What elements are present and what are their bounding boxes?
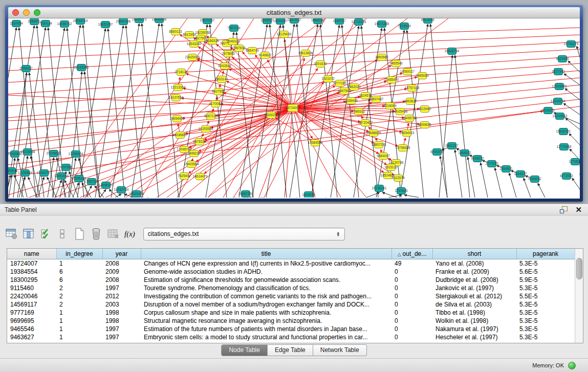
table-cell[interactable]: 5.3E-5 (516, 284, 575, 292)
network-window-titlebar[interactable]: citations_edges.txt (8, 7, 580, 18)
table-cell[interactable]: Jankovic et al. (1997) (432, 284, 516, 292)
memory-status-icon[interactable] (568, 362, 576, 369)
table-cell[interactable]: Dudbridge et al. (2008) (432, 276, 516, 284)
table-cell[interactable]: 1998 (102, 309, 141, 317)
function-builder-button[interactable]: f(x) (124, 230, 135, 238)
table-cell[interactable]: 1 (56, 259, 102, 268)
table-cell[interactable]: 2 (56, 300, 102, 309)
table-cell[interactable]: Corpus callosum shape and size in male p… (141, 309, 391, 317)
table-cell[interactable]: 5.9E-5 (516, 276, 575, 284)
table-row[interactable]: 911546021997Tourette syndrome. Phenomeno… (7, 284, 575, 292)
table-cell[interactable]: 19384554 (7, 268, 56, 276)
new-column-button[interactable] (72, 226, 87, 242)
table-cell[interactable]: Estimation of the future numbers of pati… (141, 325, 391, 333)
table-row[interactable]: 1938455462009Genome-wide association stu… (7, 268, 575, 276)
table-cell[interactable]: 9465546 (7, 325, 56, 333)
table-cell[interactable]: 1997 (102, 284, 141, 292)
table-cell[interactable]: 0 (391, 333, 432, 341)
table-cell[interactable]: 1 (56, 317, 102, 325)
table-cell[interactable]: Tibbo et al. (1998) (432, 309, 516, 317)
table-cell[interactable]: de Silva et al. (2003) (432, 300, 516, 309)
table-cell[interactable]: Franke et al. (2009) (432, 268, 516, 276)
table-cell[interactable]: 0 (391, 300, 432, 309)
table-cell[interactable]: Disruption of a novel member of a sodium… (141, 300, 391, 309)
table-cell[interactable]: 0 (391, 268, 432, 276)
table-cell[interactable]: 5.5E-5 (516, 292, 575, 300)
table-row[interactable]: 2242004622012Investigating the contribut… (7, 292, 575, 300)
table-cell[interactable]: Yano et al. (2008) (432, 259, 516, 268)
table-cell[interactable]: 0 (391, 325, 432, 333)
table-cell[interactable]: Embryonic stem cells: a model to study s… (141, 333, 391, 341)
tab-network-table[interactable]: Network Table (313, 344, 367, 356)
show-columns-button[interactable] (21, 226, 36, 242)
column-header-title[interactable]: title (141, 249, 391, 259)
column-header-year[interactable]: year (102, 249, 141, 259)
table-row[interactable]: 1456911722003Disruption of a novel membe… (7, 300, 575, 309)
table-cell[interactable]: 1997 (102, 325, 141, 333)
table-cell[interactable]: Estimation of significance thresholds fo… (141, 276, 391, 284)
unselect-all-columns-button[interactable] (55, 226, 70, 242)
table-cell[interactable]: 5.3E-5 (516, 325, 575, 333)
table-cell[interactable]: 2008 (102, 259, 141, 268)
table-cell[interactable]: 1 (56, 325, 102, 333)
table-cell[interactable]: Genome-wide association studies in ADHD. (141, 268, 391, 276)
table-vertical-scrollbar[interactable] (575, 249, 583, 343)
tab-node-table[interactable]: Node Table (221, 344, 268, 356)
table-cell[interactable]: 9699695 (7, 317, 56, 325)
table-row[interactable]: 946362711997Embryonic stem cells: a mode… (7, 333, 575, 341)
table-cell[interactable]: 2008 (102, 276, 141, 284)
table-mode-button[interactable] (4, 226, 19, 242)
table-cell[interactable]: 6 (56, 276, 102, 284)
table-cell[interactable]: Tourette syndrome. Phenomenology and cla… (141, 284, 391, 292)
table-cell[interactable]: Structural magnetic resonance image aver… (141, 317, 391, 325)
table-cell[interactable]: 1 (56, 333, 102, 341)
table-cell[interactable]: 0 (391, 276, 432, 284)
table-row[interactable]: 1872400712008Changes of HCN gene express… (7, 259, 575, 268)
tab-edge-table[interactable]: Edge Table (268, 344, 313, 356)
table-selector-dropdown[interactable]: citations_edges.txt ▲▼ (143, 228, 345, 240)
column-header-out-de-[interactable]: △out_de... (391, 249, 432, 259)
table-cell[interactable]: 22420046 (7, 292, 56, 300)
table-cell[interactable]: 2009 (102, 268, 141, 276)
table-cell[interactable]: Nakamura et al. (1997) (432, 325, 516, 333)
column-header-short[interactable]: short (432, 249, 516, 259)
table-cell[interactable]: 0 (391, 317, 432, 325)
table-cell[interactable]: 9777169 (7, 309, 56, 317)
table-cell[interactable]: Hescheler et al. (1997) (432, 333, 516, 341)
delete-columns-button[interactable] (89, 226, 104, 242)
table-cell[interactable]: 2 (56, 284, 102, 292)
column-header-name[interactable]: name (7, 249, 56, 259)
select-all-columns-button[interactable] (38, 226, 53, 242)
table-cell[interactable]: 14569117 (7, 300, 56, 309)
table-cell[interactable]: 9115460 (7, 284, 56, 292)
table-row[interactable]: 1830029562008Estimation of significance … (7, 276, 575, 284)
table-cell[interactable]: 1 (56, 309, 102, 317)
table-cell[interactable]: 2003 (102, 300, 141, 309)
table-cell[interactable]: 1997 (102, 333, 141, 341)
table-cell[interactable]: Stergiakouli et al. (2012) (432, 292, 516, 300)
table-row[interactable]: 946554611997Estimation of the future num… (7, 325, 575, 333)
table-cell[interactable]: 2 (56, 292, 102, 300)
table-row[interactable]: 977716911998Corpus callosum shape and si… (7, 309, 575, 317)
table-cell[interactable]: 6 (56, 268, 102, 276)
table-cell[interactable]: 0 (391, 284, 432, 292)
table-cell[interactable]: 0 (391, 309, 432, 317)
table-cell[interactable]: 1998 (102, 317, 141, 325)
table-cell[interactable]: 49 (391, 259, 432, 268)
table-cell[interactable]: 5.3E-5 (516, 333, 575, 341)
table-row[interactable]: 969969511998Structural magnetic resonanc… (7, 317, 575, 325)
close-panel-icon[interactable]: ✕ (575, 206, 582, 213)
table-cell[interactable]: 5.3E-5 (516, 317, 575, 325)
table-cell[interactable]: 2012 (102, 292, 141, 300)
table-cell[interactable]: 5.3E-5 (516, 309, 575, 317)
table-cell[interactable]: 5.3E-5 (516, 300, 575, 309)
table-cell[interactable]: 9463627 (7, 333, 56, 341)
column-header-in-degree[interactable]: in_degree (56, 249, 102, 259)
scrollbar-thumb[interactable] (576, 258, 582, 279)
network-canvas[interactable]: 1872400786601238912954182260589827509105… (8, 18, 580, 199)
delete-table-button[interactable] (105, 226, 121, 242)
table-cell[interactable]: 5.6E-5 (516, 268, 575, 276)
table-cell[interactable]: 5.3E-5 (516, 259, 575, 268)
table-cell[interactable]: Investigating the contribution of common… (141, 292, 391, 300)
table-cell[interactable]: 18724007 (7, 259, 56, 268)
